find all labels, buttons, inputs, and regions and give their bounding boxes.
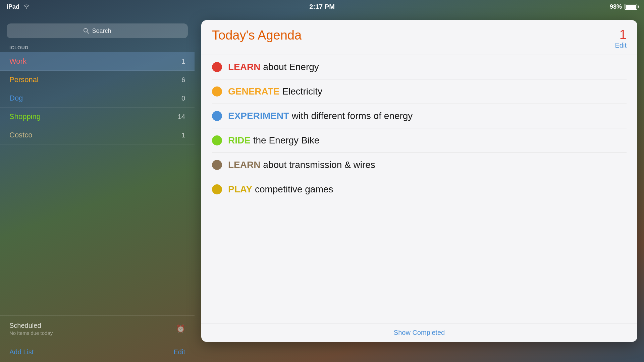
icloud-section-label: ICLOUD [0, 45, 195, 52]
add-list-button[interactable]: Add List [9, 348, 34, 356]
agenda-text-5: LEARN about transmission & wires [228, 160, 375, 170]
svg-point-0 [84, 28, 88, 32]
agenda-text-3: EXPERIMENT with different forms of energ… [228, 111, 413, 121]
agenda-keyword-3: EXPERIMENT [228, 111, 289, 121]
search-icon [83, 28, 89, 34]
panel-count: 1 [620, 28, 627, 41]
sidebar-item-personal-label: Personal [9, 75, 39, 84]
agenda-keyword-5: LEARN [228, 160, 260, 170]
bullet-2 [212, 86, 222, 97]
search-label: Search [92, 27, 111, 35]
panel-header: Today's Agenda 1 Edit [201, 20, 637, 55]
clock-icon: ⏰ [176, 324, 185, 333]
scheduled-section[interactable]: Scheduled No items due today ⏰ [0, 315, 195, 342]
sidebar-item-costco-label: Costco [9, 131, 32, 139]
agenda-keyword-1: LEARN [228, 62, 260, 72]
agenda-item-1[interactable]: LEARN about Energy [212, 55, 627, 79]
sidebar-item-dog-count: 0 [181, 95, 185, 102]
battery-pct: 98% [610, 3, 622, 10]
status-left: iPad [7, 3, 30, 10]
panel-header-right: 1 Edit [615, 28, 627, 49]
sidebar-list: Work 1 Personal 6 Dog 0 Shopping 14 Cost… [0, 52, 195, 315]
scheduled-title: Scheduled [9, 322, 53, 329]
agenda-item-3[interactable]: EXPERIMENT with different forms of energ… [212, 104, 627, 128]
status-time: 2:17 PM [309, 3, 335, 11]
sidebar-item-shopping-label: Shopping [9, 112, 41, 121]
sidebar-item-work-label: Work [9, 57, 26, 66]
agenda-list: LEARN about Energy GENERATE Electricity … [201, 55, 637, 323]
agenda-text-2: GENERATE Electricity [228, 86, 322, 97]
panel-edit-button[interactable]: Edit [615, 42, 627, 49]
agenda-item-6[interactable]: PLAY competitive games [212, 177, 627, 201]
main-panel: Today's Agenda 1 Edit LEARN about Energy… [201, 20, 637, 342]
agenda-item-5[interactable]: LEARN about transmission & wires [212, 153, 627, 177]
agenda-text-1: LEARN about Energy [228, 62, 319, 72]
sidebar-item-personal-count: 6 [181, 76, 185, 84]
scheduled-text: Scheduled No items due today [9, 322, 53, 336]
sidebar-edit-button[interactable]: Edit [174, 348, 185, 356]
sidebar-footer: Add List Edit [0, 342, 195, 362]
sidebar-item-dog[interactable]: Dog 0 [0, 89, 195, 108]
sidebar-item-shopping[interactable]: Shopping 14 [0, 108, 195, 126]
bullet-1 [212, 62, 222, 72]
wifi-icon [23, 3, 30, 10]
status-bar: iPad 2:17 PM 98% [0, 0, 644, 13]
search-bar[interactable]: Search [7, 23, 188, 38]
sidebar-item-costco-count: 1 [181, 131, 185, 139]
agenda-item-4[interactable]: RIDE the Energy Bike [212, 128, 627, 153]
sidebar-item-costco[interactable]: Costco 1 [0, 126, 195, 144]
agenda-item-2[interactable]: GENERATE Electricity [212, 79, 627, 104]
bullet-5 [212, 160, 222, 170]
agenda-keyword-2: GENERATE [228, 86, 280, 97]
agenda-text-6: PLAY competitive games [228, 184, 333, 195]
sidebar-item-work[interactable]: Work 1 [0, 52, 195, 71]
svg-line-1 [87, 32, 89, 34]
device-label: iPad [7, 3, 19, 10]
sidebar-item-work-count: 1 [181, 58, 185, 65]
sidebar-item-dog-label: Dog [9, 94, 23, 103]
panel-footer: Show Completed [201, 323, 637, 342]
sidebar-item-personal[interactable]: Personal 6 [0, 71, 195, 89]
scheduled-subtitle: No items due today [9, 330, 53, 336]
agenda-keyword-6: PLAY [228, 184, 252, 194]
agenda-text-4: RIDE the Energy Bike [228, 135, 319, 146]
battery-icon [625, 4, 637, 10]
status-right: 98% [610, 3, 637, 10]
bullet-4 [212, 135, 222, 145]
sidebar: Search ICLOUD Work 1 Personal 6 Dog 0 Sh… [0, 13, 195, 362]
show-completed-button[interactable]: Show Completed [394, 329, 445, 337]
sidebar-item-shopping-count: 14 [178, 113, 185, 121]
bullet-6 [212, 184, 222, 194]
bullet-3 [212, 111, 222, 121]
panel-title: Today's Agenda [212, 28, 302, 43]
agenda-keyword-4: RIDE [228, 135, 251, 145]
